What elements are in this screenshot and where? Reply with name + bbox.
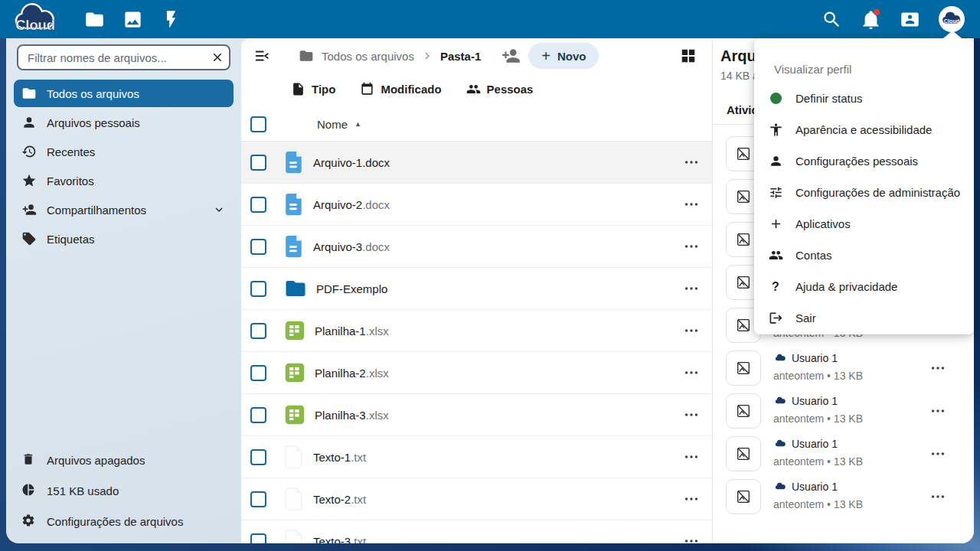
clear-filter-button[interactable] bbox=[207, 47, 227, 67]
row-actions-button[interactable] bbox=[683, 322, 700, 339]
menu-item-apps[interactable]: Aplicativos bbox=[754, 208, 974, 240]
row-checkbox[interactable] bbox=[250, 491, 266, 507]
notifications-button[interactable] bbox=[861, 9, 881, 30]
filter-people-chip[interactable]: Pessoas bbox=[466, 82, 534, 96]
unified-search-button[interactable] bbox=[822, 9, 842, 30]
profile-dropdown-menu: Visualizar perfil Definir status Aparênc… bbox=[754, 38, 974, 334]
list-item[interactable]: Usuario 1 anteontem • 13 KB bbox=[713, 350, 974, 393]
menu-item-set-status[interactable]: Definir status bbox=[754, 83, 974, 114]
row-checkbox[interactable] bbox=[250, 407, 266, 423]
logout-icon bbox=[768, 311, 783, 326]
new-button-label: Novo bbox=[557, 50, 586, 63]
table-row[interactable]: PDF-Exemplo bbox=[241, 268, 712, 310]
xlsx-file-icon bbox=[284, 362, 305, 383]
table-header: Nome ▲ bbox=[241, 107, 712, 142]
sidebar-item-shares[interactable]: Compartilhamentos bbox=[14, 196, 234, 223]
row-checkbox[interactable] bbox=[250, 155, 266, 171]
row-checkbox[interactable] bbox=[250, 323, 266, 339]
activity-app-button[interactable] bbox=[161, 9, 181, 30]
name-column-header[interactable]: Nome ▲ bbox=[317, 118, 361, 131]
sidebar-item-files-settings[interactable]: Configurações de arquivos bbox=[14, 507, 234, 536]
table-row[interactable]: Planilha-2.xlsx bbox=[241, 352, 712, 394]
row-checkbox[interactable] bbox=[250, 533, 266, 544]
table-row[interactable]: Texto-3.txt bbox=[241, 520, 712, 543]
menu-item-help-privacy[interactable]: ? Ajuda & privacidade bbox=[754, 271, 974, 302]
file-name: Planilha-2.xlsx bbox=[315, 367, 389, 380]
filename-filter-input[interactable] bbox=[17, 44, 230, 70]
chevron-down-icon[interactable] bbox=[212, 203, 226, 217]
menu-item-logout[interactable]: Sair bbox=[754, 302, 974, 334]
files-app-button[interactable] bbox=[84, 9, 105, 30]
menu-item-label: Sair bbox=[795, 311, 816, 324]
sidebar-item-favorites[interactable]: Favoritos bbox=[14, 167, 234, 194]
table-row[interactable]: Texto-1.txt bbox=[241, 436, 712, 478]
logo-text: Cloud bbox=[15, 17, 55, 33]
row-checkbox[interactable] bbox=[250, 365, 266, 381]
docx-file-icon bbox=[284, 151, 304, 174]
files-toolbar: Todos os arquivos Pasta-1 + Novo bbox=[241, 38, 712, 73]
row-actions-button[interactable] bbox=[683, 533, 700, 543]
table-row[interactable]: Planilha-1.xlsx bbox=[241, 310, 712, 352]
row-actions-button[interactable] bbox=[683, 491, 700, 507]
select-all-checkbox[interactable] bbox=[250, 116, 266, 132]
filter-modified-chip[interactable]: Modificado bbox=[360, 82, 441, 96]
history-icon bbox=[21, 144, 37, 159]
filter-type-chip[interactable]: Tipo bbox=[291, 82, 335, 96]
list-item[interactable]: Usuario 1 anteontem • 13 KB bbox=[713, 393, 974, 435]
photos-app-button[interactable] bbox=[122, 9, 143, 30]
row-checkbox[interactable] bbox=[250, 449, 266, 465]
menu-item-accounts[interactable]: Contas bbox=[754, 240, 974, 271]
sidebar-item-recent[interactable]: Recentes bbox=[14, 138, 234, 165]
table-row[interactable]: Texto-2.txt bbox=[241, 478, 712, 520]
sidebar-item-tags[interactable]: Etiquetas bbox=[14, 225, 234, 253]
gear-icon bbox=[21, 514, 37, 529]
row-actions-button[interactable] bbox=[683, 154, 700, 171]
activity-actions-button[interactable] bbox=[929, 403, 946, 419]
menu-item-personal-settings[interactable]: Configurações pessoais bbox=[754, 145, 974, 177]
list-item[interactable]: Usuario 1 anteontem • 13 KB bbox=[713, 435, 974, 478]
new-button[interactable]: + Novo bbox=[528, 43, 599, 69]
sidebar-item-all-files[interactable]: Todos os arquivos bbox=[14, 80, 234, 107]
activity-actions-button[interactable] bbox=[929, 488, 946, 505]
menu-item-admin-settings[interactable]: Configurações de administração bbox=[754, 177, 974, 208]
sidebar-item-personal-files[interactable]: Arquivos pessoais bbox=[14, 109, 234, 136]
file-icon bbox=[291, 82, 305, 96]
collapse-sidebar-button[interactable] bbox=[252, 46, 272, 66]
app-logo[interactable]: Cloud bbox=[11, 2, 60, 37]
view-profile-link[interactable]: Visualizar perfil bbox=[754, 55, 974, 83]
row-checkbox[interactable] bbox=[250, 239, 266, 255]
table-row[interactable]: Arquivo-1.docx bbox=[241, 142, 712, 184]
row-actions-button[interactable] bbox=[683, 196, 700, 213]
breadcrumb-root[interactable]: Todos os arquivos bbox=[299, 48, 414, 64]
list-item[interactable]: Usuario 1 anteontem • 13 KB bbox=[713, 478, 974, 521]
people-icon bbox=[768, 248, 783, 263]
share-folder-button[interactable] bbox=[501, 46, 521, 66]
sidebar-item-deleted-files[interactable]: Arquivos apagados bbox=[14, 445, 234, 474]
row-checkbox[interactable] bbox=[250, 281, 266, 297]
breadcrumb-current[interactable]: Pasta-1 bbox=[440, 50, 481, 63]
user-avatar-button[interactable]: Cloud bbox=[939, 6, 965, 32]
table-row[interactable]: Planilha-3.xlsx bbox=[241, 394, 712, 436]
menu-item-appearance-accessibility[interactable]: Aparência e acessibilidade bbox=[754, 114, 974, 145]
chip-label: Pessoas bbox=[487, 83, 534, 96]
table-row[interactable]: Arquivo-2.docx bbox=[241, 184, 712, 226]
file-rows: Arquivo-1.docx Arquivo-2.docx Arquivo-3.… bbox=[241, 142, 712, 543]
breadcrumb-root-label: Todos os arquivos bbox=[322, 50, 414, 63]
row-actions-button[interactable] bbox=[683, 280, 700, 297]
table-row[interactable]: Arquivo-3.docx bbox=[241, 226, 712, 268]
grid-view-button[interactable] bbox=[680, 47, 697, 64]
activity-meta: anteontem • 13 KB bbox=[773, 412, 863, 425]
row-actions-button[interactable] bbox=[683, 406, 700, 423]
activity-actions-button[interactable] bbox=[929, 445, 946, 462]
contacts-button[interactable] bbox=[900, 9, 920, 30]
file-name: Arquivo-2.docx bbox=[313, 198, 390, 211]
activity-actions-button[interactable] bbox=[929, 360, 946, 377]
file-name: PDF-Exemplo bbox=[316, 282, 387, 295]
row-checkbox[interactable] bbox=[250, 197, 266, 213]
sidebar-item-label: Compartilhamentos bbox=[47, 204, 146, 217]
row-actions-button[interactable] bbox=[683, 238, 700, 255]
txt-file-icon bbox=[284, 487, 304, 510]
row-actions-button[interactable] bbox=[683, 448, 700, 465]
row-actions-button[interactable] bbox=[683, 364, 700, 381]
sort-ascending-icon: ▲ bbox=[354, 120, 361, 128]
